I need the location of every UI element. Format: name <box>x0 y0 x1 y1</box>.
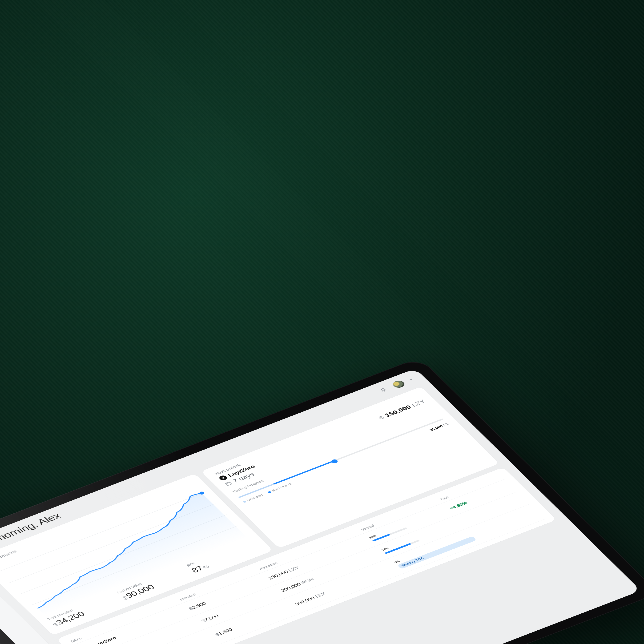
vesting-legend: Unlocked Next Unlock <box>242 482 293 503</box>
vested-badge: Waiting TGE <box>397 536 477 569</box>
cell-roi <box>477 512 537 535</box>
tablet-frame: Good morning, Alex <box>0 357 644 644</box>
legend-next: Next Unlock <box>267 482 293 494</box>
progress-current: 25,000 <box>429 424 444 432</box>
progress-total: / 1 <box>442 422 449 427</box>
cell-vested: 0% Waiting TGE <box>394 533 477 569</box>
vested-pct: 0% <box>394 533 471 564</box>
vesting-progress-numbers: 25,000 / 1 <box>429 422 449 432</box>
app-screen: Good morning, Alex <box>0 368 641 644</box>
